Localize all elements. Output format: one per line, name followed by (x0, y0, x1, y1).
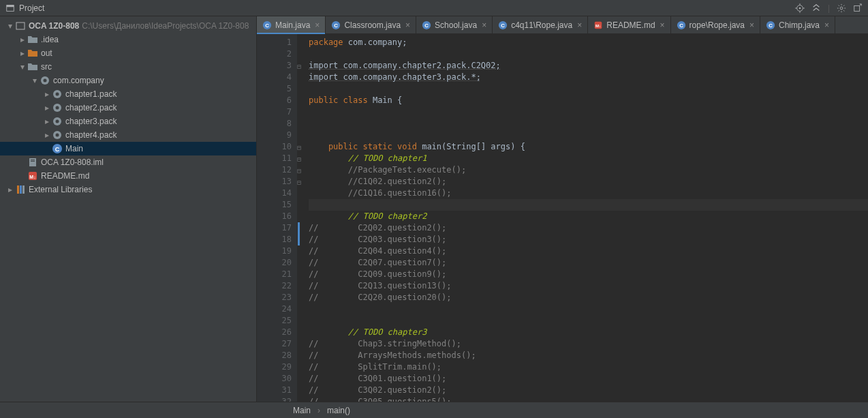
code-line-30[interactable]: // C3Q01.question1(); (309, 373, 868, 385)
code-line-6[interactable]: public class Main { (309, 95, 868, 106)
close-icon[interactable]: × (577, 20, 582, 30)
code-line-18[interactable]: // C2Q03.question3(); (309, 234, 868, 245)
code-line-17[interactable]: // C2Q02.question2(); (309, 222, 868, 234)
tree-item-chapter1-pack[interactable]: ▸chapter1.pack (0, 87, 256, 101)
collapse-all-icon[interactable] (811, 3, 821, 13)
tab-classroom-java[interactable]: CClassroom.java× (326, 16, 416, 33)
project-tree-panel: ▾OCA 1Z0-808C:\Users\Данилов\IdeaProject… (0, 16, 257, 402)
expand-toggle-icon[interactable]: ▸ (5, 185, 15, 194)
close-icon[interactable]: × (749, 20, 754, 30)
code-line-26[interactable]: // TODO chapter3 (309, 327, 868, 338)
tree-item-readme-md[interactable]: M↓README.md (0, 169, 256, 183)
project-label: Project (19, 3, 44, 13)
expand-toggle-icon[interactable]: ▾ (30, 76, 40, 85)
code-line-22[interactable]: // C2Q13.question13(); (309, 280, 868, 292)
code-line-4[interactable]: import com.company.chapter3.pack.*; (309, 72, 868, 83)
svg-text:C: C (335, 23, 339, 29)
svg-point-3 (799, 7, 801, 9)
tab-rope-rope-java[interactable]: Crope\Rope.java× (671, 16, 760, 33)
close-icon[interactable]: × (482, 20, 486, 30)
expand-toggle-icon[interactable]: ▸ (18, 35, 27, 44)
code-line-10[interactable]: public static void main(String[] args) { (309, 141, 868, 153)
tree-item-oca-1z0-808[interactable]: ▾OCA 1Z0-808C:\Users\Данилов\IdeaProject… (0, 19, 256, 33)
locate-icon[interactable] (795, 3, 805, 13)
tree-item--idea[interactable]: ▸.idea (0, 33, 256, 46)
editor-gutter: 123⊟45▶6789▶10⊟11⊟12⊟13⊟1415161718192021… (257, 34, 298, 402)
tab-readme-md[interactable]: M↓README.md× (588, 16, 670, 33)
package-icon (40, 75, 50, 86)
code-line-11[interactable]: // TODO chapter1 (309, 153, 868, 164)
editor-pane: CMain.java×CClassroom.java×CSchool.java×… (257, 16, 868, 402)
code-line-16[interactable]: // TODO chapter2 (309, 211, 868, 222)
expand-toggle-icon[interactable]: ▸ (18, 48, 27, 58)
code-line-21[interactable]: // C2Q09.question9(); (309, 269, 868, 280)
code-line-27[interactable]: // Chap3.stringMethod(); (309, 338, 868, 350)
code-line-9[interactable] (309, 130, 868, 141)
expand-toggle-icon[interactable]: ▸ (42, 130, 52, 140)
close-icon[interactable]: × (405, 20, 410, 30)
tab-main-java[interactable]: CMain.java× (257, 16, 326, 33)
project-icon (5, 3, 15, 13)
code-line-2[interactable] (309, 48, 868, 60)
svg-rect-23 (29, 158, 36, 166)
tab-c4q11-rope-java[interactable]: Cc4q11\Rope.java× (493, 16, 588, 33)
code-line-29[interactable]: // SplitTrim.main(); (309, 361, 868, 373)
tree-item-main[interactable]: CMain (0, 142, 256, 155)
crumb-method[interactable]: main() (327, 406, 350, 415)
code-line-1[interactable]: package com.company; (309, 37, 868, 48)
tree-item-chapter2-pack[interactable]: ▸chapter2.pack (0, 101, 256, 115)
close-icon[interactable]: × (824, 20, 829, 30)
md-icon: M↓ (27, 170, 38, 181)
module-icon (15, 20, 26, 31)
tree-item-chapter4-pack[interactable]: ▸chapter4.pack (0, 128, 256, 142)
expand-toggle-icon[interactable]: ▾ (18, 62, 27, 72)
hide-icon[interactable] (853, 3, 863, 13)
svg-rect-25 (31, 161, 35, 162)
close-icon[interactable]: × (315, 20, 320, 30)
package-icon (52, 116, 63, 127)
tree-item-oca-1z0-808-iml[interactable]: OCA 1Z0-808.iml (0, 155, 256, 169)
close-icon[interactable]: × (660, 20, 665, 30)
gear-icon[interactable] (837, 3, 846, 13)
tree-item-external-libraries[interactable]: ▸External Libraries (0, 183, 256, 196)
tree-item-com-company[interactable]: ▾com.company (0, 74, 256, 87)
code-line-32[interactable]: // C3Q05.questions5(); (309, 396, 868, 402)
code-line-25[interactable] (309, 315, 868, 327)
svg-text:M↓: M↓ (595, 23, 601, 28)
tree-item-chapter3-pack[interactable]: ▸chapter3.pack (0, 115, 256, 128)
code-line-3[interactable]: import com.company.chapter2.pack.C2Q02; (309, 60, 868, 72)
package-icon (52, 102, 63, 113)
java-file-icon: C (498, 20, 508, 30)
folder-icon (27, 34, 38, 45)
svg-text:M↓: M↓ (29, 175, 35, 179)
java-file-icon: C (331, 20, 341, 30)
code-line-28[interactable]: // ArraysMethods.methods(); (309, 350, 868, 361)
svg-point-16 (56, 106, 59, 110)
tree-item-src[interactable]: ▾src (0, 60, 256, 74)
svg-text:C: C (55, 146, 60, 153)
code-line-19[interactable]: // C2Q04.question4(); (309, 245, 868, 257)
tree-item-out[interactable]: ▸out (0, 46, 256, 60)
svg-rect-29 (20, 185, 22, 194)
code-line-15[interactable] (309, 199, 868, 211)
code-line-13[interactable]: //C1Q02.question2(); (309, 176, 868, 188)
tab-school-java[interactable]: CSchool.java× (416, 16, 493, 33)
code-line-23[interactable]: // C2Q20.question20(); (309, 292, 868, 303)
code-line-5[interactable] (309, 83, 868, 95)
expand-toggle-icon[interactable]: ▸ (42, 89, 52, 99)
code-line-12[interactable]: //PackageTest.execute(); (309, 164, 868, 176)
code-area[interactable]: package com.company; import com.company.… (298, 34, 868, 402)
expand-toggle-icon[interactable]: ▸ (42, 103, 52, 113)
breadcrumb: Main › main() (0, 402, 868, 418)
crumb-class[interactable]: Main (293, 406, 311, 415)
code-line-14[interactable]: //C1Q16.question16(); (309, 188, 868, 199)
tab-chimp-java[interactable]: CChimp.java× (760, 16, 835, 33)
code-line-7[interactable] (309, 106, 868, 118)
expand-toggle-icon[interactable]: ▸ (42, 117, 52, 126)
code-line-31[interactable]: // C3Q02.question2(); (309, 385, 868, 396)
code-line-24[interactable] (309, 303, 868, 315)
expand-toggle-icon[interactable]: ▾ (5, 21, 15, 31)
package-icon (52, 89, 63, 100)
code-line-8[interactable] (309, 118, 868, 130)
code-line-20[interactable]: // C2Q07.question7(); (309, 257, 868, 269)
